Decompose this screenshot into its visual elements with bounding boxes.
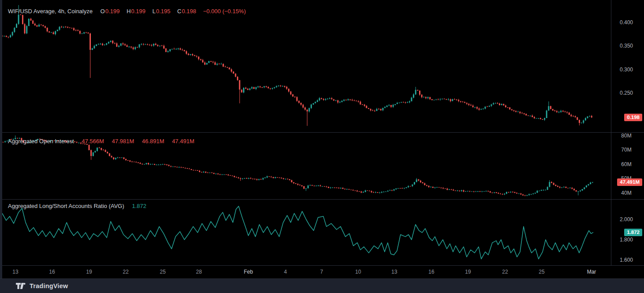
time-scale[interactable]: 131619222528Feb47101316192225Mar <box>0 265 644 278</box>
time-axis-label: 16 <box>49 268 55 275</box>
tradingview-brand-text[interactable]: TradingView <box>30 282 68 289</box>
price-scale[interactable]: 0.4000.3500.3000.2500.19880M70M60M50M40M… <box>611 0 644 278</box>
time-axis-label: 10 <box>355 268 361 275</box>
time-axis-label: 4 <box>284 268 287 275</box>
time-axis-label: 19 <box>465 268 471 275</box>
oi-value-close: 47.491M <box>172 138 195 145</box>
price-axis-label: 40M <box>611 189 642 197</box>
ohlc-high: H0.199 <box>127 8 146 15</box>
oi-value-high: 47.981M <box>112 138 134 145</box>
time-axis-label: Feb <box>244 268 253 275</box>
price-axis-label: 60M <box>611 161 642 168</box>
price-axis-label: 1.800 <box>611 236 642 243</box>
price-axis-label: 70M <box>611 146 642 153</box>
pane-legend-long-short-ratio[interactable]: Aggregated Long/Short Accounts Ratio (AV… <box>8 203 146 209</box>
time-axis-label: 16 <box>428 268 434 275</box>
symbol-title: WIF/USD Average, 4h, Coinalyze <box>8 8 93 15</box>
tradingview-chart-app: WIF/USD Average, 4h, Coinalyze O0.199 H0… <box>0 0 644 293</box>
time-axis-label: Mar <box>587 268 596 275</box>
time-axis-label: 13 <box>391 268 397 275</box>
time-axis-label: 7 <box>320 268 323 275</box>
last-value-badge-open-interest: 47.491M <box>617 178 642 186</box>
footer-bar: TradingView <box>0 278 644 293</box>
time-axis-label: 28 <box>196 268 202 275</box>
pane-legend-price[interactable]: WIF/USD Average, 4h, Coinalyze O0.199 H0… <box>8 8 246 15</box>
price-axis-label: 0.350 <box>611 42 642 49</box>
ratio-line-series <box>2 206 593 259</box>
oi-value-low: 46.891M <box>142 138 165 145</box>
indicator-title-long-short-ratio: Aggregated Long/Short Accounts Ratio (AV… <box>8 203 124 209</box>
time-axis-label: 25 <box>539 268 544 275</box>
tradingview-logo-icon[interactable] <box>16 282 26 289</box>
price-axis-label: 0.250 <box>611 89 642 96</box>
indicator-title-open-interest: Aggregated Open Interest <box>8 138 74 145</box>
ohlc-low: L0.195 <box>152 8 170 15</box>
pane-long-short-ratio[interactable] <box>2 206 593 259</box>
ohlc-close: C0.198 <box>177 8 196 15</box>
ratio-value: 1.872 <box>132 203 146 209</box>
time-axis-label: 25 <box>160 268 165 275</box>
price-axis-label: 2.000 <box>611 216 642 223</box>
oi-value-open: 47.566M <box>82 138 104 145</box>
pane-legend-open-interest[interactable]: Aggregated Open Interest 47.566M 47.981M… <box>8 138 194 145</box>
time-axis-label: 22 <box>123 268 128 275</box>
price-axis-label: 1.600 <box>611 256 642 263</box>
left-margin-strip <box>0 0 2 278</box>
price-change: −0.000 (−0.15%) <box>203 8 246 15</box>
ohlc-open: O0.199 <box>101 8 120 15</box>
pane-price[interactable] <box>2 5 592 126</box>
price-axis-label: 0.300 <box>611 66 642 73</box>
pane-open-interest[interactable] <box>3 136 593 197</box>
last-value-badge-long-short-ratio: 1.872 <box>624 229 642 236</box>
price-axis-label: 0.400 <box>611 19 642 26</box>
last-value-badge-price: 0.198 <box>624 114 642 121</box>
price-axis-label: 80M <box>611 132 642 139</box>
time-axis-label: 19 <box>86 268 92 275</box>
time-axis-label: 22 <box>502 268 508 275</box>
time-axis-label: 13 <box>12 268 18 275</box>
